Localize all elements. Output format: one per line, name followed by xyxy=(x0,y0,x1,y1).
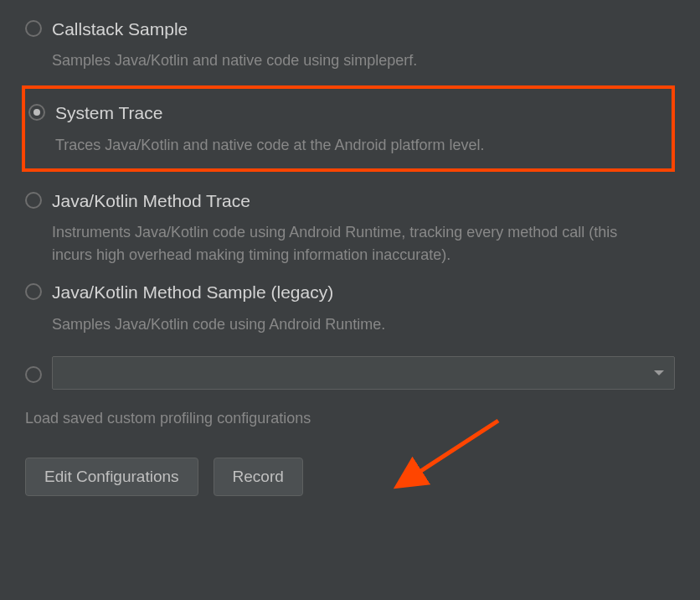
option-desc: Instruments Java/Kotlin code using Andro… xyxy=(52,221,655,266)
option-desc: Traces Java/Kotlin and native code at th… xyxy=(55,134,658,157)
radio-system-trace[interactable] xyxy=(28,104,45,121)
option-title: Java/Kotlin Method Trace xyxy=(52,189,250,213)
svg-line-1 xyxy=(414,421,498,475)
button-row: Edit Configurations Record xyxy=(25,458,675,496)
radio-callstack-sample[interactable] xyxy=(25,20,42,37)
option-method-sample: Java/Kotlin Method Sample (legacy) Sampl… xyxy=(25,280,675,335)
option-desc: Samples Java/Kotlin and native code usin… xyxy=(52,49,655,72)
option-callstack-sample: Callstack Sample Samples Java/Kotlin and… xyxy=(25,17,675,72)
radio-method-sample[interactable] xyxy=(25,283,42,300)
record-button[interactable]: Record xyxy=(214,458,303,496)
custom-config-dropdown[interactable] xyxy=(52,356,675,390)
chevron-down-icon xyxy=(654,370,664,375)
option-method-trace: Java/Kotlin Method Trace Instruments Jav… xyxy=(25,189,675,266)
radio-method-trace[interactable] xyxy=(25,192,42,209)
option-system-trace: System Trace Traces Java/Kotlin and nati… xyxy=(22,85,675,171)
option-title: Java/Kotlin Method Sample (legacy) xyxy=(52,280,333,304)
hint-text: Load saved custom profiling configuratio… xyxy=(25,410,675,427)
option-title: Callstack Sample xyxy=(52,17,188,41)
radio-custom-config[interactable] xyxy=(25,366,42,383)
option-title: System Trace xyxy=(55,101,162,125)
custom-config-row xyxy=(25,356,675,390)
edit-configurations-button[interactable]: Edit Configurations xyxy=(25,458,198,496)
option-desc: Samples Java/Kotlin code using Android R… xyxy=(52,313,655,336)
